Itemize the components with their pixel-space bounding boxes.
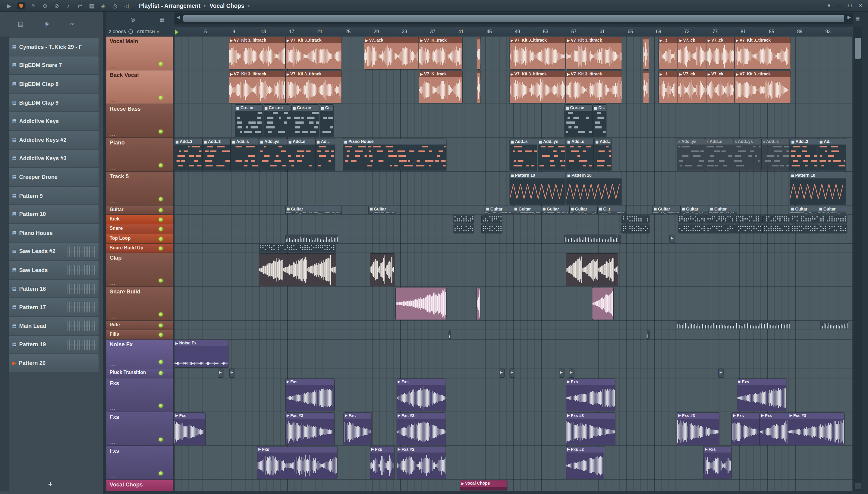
clip[interactable]: ▦Guitar — [818, 206, 845, 214]
clip[interactable]: ▦Add..3 — [202, 138, 230, 171]
track-led[interactable] — [159, 96, 163, 100]
track-header[interactable]: Noise Fx... — [106, 340, 173, 369]
clip[interactable] — [678, 216, 706, 224]
clip[interactable] — [647, 331, 649, 339]
clip[interactable]: ▦Pattern 10 — [566, 172, 622, 205]
browser-item[interactable]: ▶Pattern 20 — [9, 354, 99, 372]
clip[interactable]: ▶V7_Kit 3..ltitrack — [229, 37, 285, 69]
clip[interactable] — [791, 216, 818, 224]
track-led[interactable] — [159, 218, 163, 222]
track-header[interactable]: Fxs... — [106, 446, 173, 479]
clip[interactable]: ▦Cre..ne — [263, 104, 291, 137]
track-header[interactable]: Snare — [106, 225, 173, 234]
clip[interactable]: ▶Fxs — [737, 379, 786, 411]
track-led[interactable] — [159, 437, 163, 441]
clip[interactable] — [707, 216, 734, 224]
clip[interactable]: ▦Ad.. — [316, 138, 335, 171]
clip[interactable]: ▶Fxs #3 — [566, 413, 615, 445]
clip[interactable] — [453, 216, 474, 224]
track-led[interactable] — [159, 279, 163, 283]
clip[interactable] — [566, 254, 617, 286]
clip[interactable] — [707, 225, 734, 233]
sort-icon[interactable]: ◈ — [45, 20, 50, 27]
clip[interactable] — [678, 225, 706, 233]
browser-item[interactable]: ▤Saw Leads — [9, 261, 99, 279]
clip[interactable]: ▦G..r — [598, 206, 625, 214]
clip[interactable]: ▦Add..s — [231, 138, 258, 171]
browser-item[interactable]: ▤Creeper Drone — [9, 168, 99, 186]
clip[interactable]: ▶V7..ack — [364, 37, 419, 69]
menu-arrow-icon[interactable]: ▶ — [3, 2, 15, 8]
track-header[interactable]: Top Loop — [106, 234, 173, 244]
clip[interactable] — [449, 331, 451, 339]
fl-logo-icon[interactable] — [17, 2, 26, 9]
clip[interactable]: ▶Fxs #3 — [788, 413, 844, 445]
clip[interactable]: ▶V7_K..track — [419, 37, 462, 69]
zoom-icon[interactable]: ◎ — [109, 2, 121, 8]
track-header[interactable]: Piano... — [106, 138, 173, 172]
clip[interactable]: ▦Add..s — [566, 138, 593, 171]
track-header[interactable]: Snare Build... — [106, 287, 173, 321]
stretch-mode[interactable]: STRETCH — [137, 30, 155, 34]
clip[interactable]: ▶ — [510, 369, 515, 377]
clip[interactable]: ▶V7..ck — [707, 71, 734, 103]
clip[interactable] — [735, 216, 762, 224]
clip[interactable]: ▶ — [229, 369, 235, 377]
track-led[interactable] — [159, 246, 163, 250]
clip[interactable]: ▦Cr..e — [593, 104, 606, 137]
clip[interactable]: ▶ — [569, 369, 574, 377]
track-lane[interactable] — [175, 287, 853, 321]
track-header[interactable]: Vocal Chops — [106, 479, 173, 491]
clip[interactable] — [791, 225, 818, 233]
draw-tool-icon[interactable]: ✎ — [28, 2, 39, 8]
clip[interactable]: ▦Guitar — [541, 206, 569, 214]
grid-options-icon[interactable]: ▦ — [159, 16, 164, 22]
clip[interactable]: ▦Cr..e — [320, 104, 333, 137]
metronome-icon[interactable]: ♪ — [63, 2, 75, 8]
clip[interactable] — [820, 216, 847, 224]
clip[interactable]: ×Add..ys — [677, 138, 705, 171]
clip[interactable] — [763, 216, 791, 224]
clip[interactable] — [763, 225, 791, 233]
snap-icon[interactable]: ⊕ — [39, 2, 51, 8]
clip[interactable]: ▦Guitar — [709, 206, 736, 214]
clip[interactable]: ▶..t — [658, 71, 677, 103]
track-led[interactable] — [159, 130, 163, 134]
track-lane[interactable] — [175, 234, 853, 244]
add-button[interactable]: + — [43, 479, 58, 490]
browser-item[interactable]: ▤Pattern 16 — [9, 280, 99, 298]
clip[interactable]: ▦Guitar — [652, 206, 680, 214]
clip[interactable] — [735, 225, 762, 233]
link-icon[interactable]: ∞ — [70, 20, 75, 27]
clip[interactable]: ▶Fxs — [344, 413, 371, 445]
typing-keyboard-icon[interactable]: ▦ — [86, 2, 98, 8]
clip[interactable]: ×Add..s — [706, 138, 733, 171]
track-led[interactable] — [159, 62, 163, 66]
clip[interactable]: ▶Fxs — [732, 413, 760, 445]
vscroll-end-box[interactable] — [855, 483, 861, 489]
clip[interactable]: ▦Add..3 — [175, 138, 202, 171]
clip[interactable]: ▦Piano House — [343, 138, 446, 171]
clip[interactable]: ▦Ad.. — [818, 138, 846, 171]
snap-off-icon[interactable]: ⊘ — [51, 2, 63, 8]
clip[interactable]: ▶Fxs — [257, 446, 337, 479]
clip[interactable]: ▶..t — [658, 37, 677, 69]
playlist-grid[interactable]: ▶V7_Kit 3..ltitrack▶V7_Kit 3..titrack▶V7… — [175, 37, 853, 491]
zcross-toggle[interactable]: Z-CROSS — [109, 30, 126, 34]
browser-item[interactable]: ▤Piano House — [9, 224, 99, 242]
track-led[interactable] — [159, 471, 163, 475]
monitor-icon[interactable]: ◁ — [121, 2, 132, 8]
browser-item[interactable]: ▤BigEDM Snare 7 — [9, 56, 99, 75]
track-led[interactable] — [159, 333, 163, 337]
clip[interactable]: ▦Guitar — [681, 206, 708, 214]
track-header[interactable]: Fxs... — [106, 412, 173, 446]
clip[interactable]: ▶Fxs #3 — [285, 413, 334, 445]
browser-item[interactable]: ▤Addictive Keys #2 — [9, 131, 99, 149]
browser-item[interactable]: ▤Addictive Keys — [9, 112, 99, 130]
track-led[interactable] — [159, 403, 163, 407]
clip[interactable]: ▶Vocal Chops — [460, 480, 507, 490]
clip[interactable]: ▶Fxs #3 — [677, 413, 719, 445]
clip[interactable]: ▶ — [559, 369, 564, 377]
track-header[interactable]: Fills — [106, 330, 173, 340]
minimize-button[interactable]: — — [834, 1, 845, 10]
